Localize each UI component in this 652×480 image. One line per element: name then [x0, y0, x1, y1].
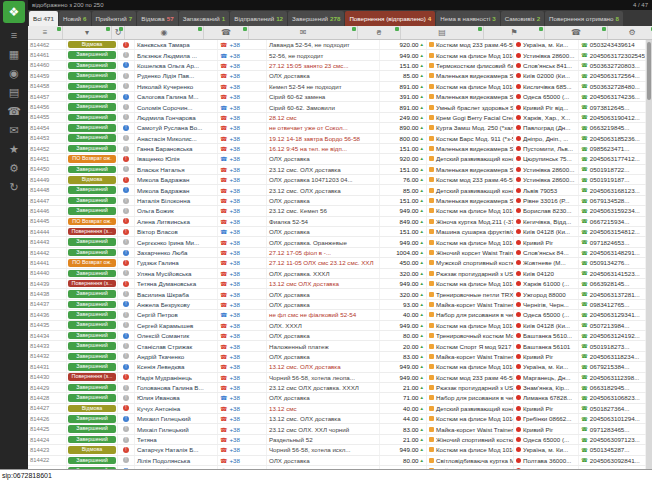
info-cell[interactable]: ! [118, 185, 135, 194]
client-name[interactable]: Кошелєва Ольга Ар... [135, 61, 218, 70]
client-name[interactable]: Андрій Ткаченко [135, 352, 218, 361]
delivery-cell[interactable]: Устинівка 28600... [514, 165, 579, 174]
info-cell[interactable]: ! [118, 289, 135, 298]
product-cell[interactable]: Костюм на флисе Мод 1014 (-1... [427, 321, 514, 330]
product-cell[interactable]: Тренировочный костюм Мод 21... [427, 331, 514, 340]
call-icon[interactable]: ☎ [220, 384, 227, 391]
favorites-icon[interactable]: ★ [0, 142, 28, 156]
order-note[interactable]: ОЛХ доставка 10471203 04... [267, 175, 380, 184]
info-cell[interactable]: ! [118, 362, 135, 371]
phone-cell[interactable]: ☎ +38 [218, 144, 267, 153]
tracking-phone-cell[interactable]: ☎ 0667215934... [579, 217, 646, 226]
order-status-cell[interactable]: Завершений [67, 134, 118, 143]
table-row[interactable]: 814461 Завершений ! Блєзнюк Людмила ... … [28, 50, 646, 60]
order-status-cell[interactable]: Завершений [67, 102, 118, 111]
client-name[interactable]: Николай Кучеренко [135, 82, 218, 91]
info-cell[interactable]: ! [118, 383, 135, 392]
delivery-cell[interactable]: Київ 04120 [514, 269, 579, 278]
order-status-cell[interactable]: Завершений [67, 82, 118, 91]
column-header-status[interactable]: ▾ [63, 26, 112, 39]
tracking-phone-cell[interactable]: ☎ 2045063141523... [579, 269, 646, 278]
tracking-phone-cell[interactable]: ☎ 0503632728480... [579, 82, 646, 91]
client-name[interactable]: Тетяна Думановська [135, 279, 218, 288]
info-cell[interactable]: ! [118, 40, 135, 49]
delivery-cell[interactable]: Кисличівка 685... [514, 82, 579, 91]
order-note[interactable]: ОЛХ доставка [267, 300, 380, 309]
order-status-cell[interactable]: Завершений [67, 456, 118, 465]
phone-cell[interactable]: ☎ +38 [218, 196, 267, 205]
client-name[interactable]: Василина Шкраба [135, 289, 218, 298]
table-row[interactable]: 814429 Завершений ! Голованова Галина В.… [28, 383, 646, 393]
table-row[interactable]: 814439 Повернення (з... ! Тетяна Думанов… [28, 279, 646, 289]
delivery-cell[interactable]: Україна, м. Ки... [514, 40, 579, 49]
delivery-cell[interactable]: Україна, м. Ки... [514, 445, 579, 454]
settings-icon[interactable]: ⚙ [0, 161, 28, 175]
order-note[interactable]: ОЛХ доставка [267, 71, 380, 80]
phone-cell[interactable]: ☎ +38 [218, 248, 267, 257]
info-cell[interactable]: ! [118, 414, 135, 423]
phone-cell[interactable]: ☎ +38 [218, 341, 267, 350]
product-cell[interactable]: Набор для рисования в чемода... [427, 393, 514, 402]
phone-cell[interactable]: ☎ +38 [218, 123, 267, 132]
info-cell[interactable]: ! [118, 144, 135, 153]
delivery-cell[interactable]: Україна, м. Ки... [514, 362, 579, 371]
phone-cell[interactable]: ☎ +38 [218, 321, 267, 330]
delivery-cell[interactable]: Гребінки 08662... [514, 414, 579, 423]
product-cell[interactable]: Термокостюм флисовий батал... [427, 61, 514, 70]
info-cell[interactable]: ! [118, 61, 135, 70]
order-note[interactable]: 13.12 смс. ОЛХ доставка [267, 362, 380, 371]
order-note[interactable]: Чорний 56-58, хотела искл... [267, 445, 380, 454]
order-status-cell[interactable]: Завершений [67, 352, 118, 361]
product-cell[interactable]: Костюм Барс Мод. 911 (*з-584... [427, 134, 514, 143]
column-header-refresh[interactable]: ↻ [112, 26, 125, 39]
table-row[interactable]: 814430 Повернення (з... ! Надія Мудранін… [28, 373, 646, 383]
client-name[interactable]: Салогова Галина М... [135, 92, 218, 101]
tracking-phone-cell[interactable]: ☎ 2045063137281... [579, 289, 646, 298]
product-cell[interactable]: Костюм Спорт Я мод 9217 (з-40... [427, 341, 514, 350]
delivery-cell[interactable]: Одеса 65000 (... [514, 92, 579, 101]
order-note[interactable]: Раздельный 52 [267, 435, 380, 444]
delivery-cell[interactable]: Кривий Ріг [514, 352, 579, 361]
order-status-cell[interactable]: Повернення (з... [67, 227, 118, 236]
tab-status-8[interactable]: Нема в наявності3 [436, 11, 499, 26]
tracking-phone-cell[interactable]: ☎ 0985623471... [579, 144, 646, 153]
call-icon[interactable]: ☎ [220, 114, 227, 121]
table-row[interactable]: 814462 Відмова ! Канєвська Тамара ☎ +38 … [28, 40, 646, 50]
tracking-phone-cell[interactable]: ☎ 0983412765... [579, 300, 646, 309]
info-cell[interactable]: ! [118, 206, 135, 215]
client-name[interactable]: Надія Мудранінець [135, 373, 218, 382]
call-icon[interactable]: ☎ [220, 322, 227, 329]
delivery-cell[interactable]: Борислав 8230... [514, 206, 579, 215]
call-icon[interactable]: ☎ [220, 426, 227, 433]
table-row[interactable]: 814434 Завершений ! Олексій Сомантик ☎ +… [28, 331, 646, 341]
phone-cell[interactable]: ☎ +38 [218, 92, 267, 101]
client-name[interactable]: Анастасія Миколис... [135, 134, 218, 143]
call-icon[interactable]: ☎ [220, 311, 227, 318]
info-cell[interactable]: ! [118, 175, 135, 184]
tab-status-1[interactable]: Новий6 [59, 11, 91, 26]
product-cell[interactable]: Набор для рисования в чемода... [427, 310, 514, 319]
order-note[interactable]: 13.12 смс. ОЛХ доставка [267, 414, 380, 423]
app-logo[interactable]: ❖ [3, 1, 25, 23]
call-icon[interactable]: ☎ [220, 280, 227, 287]
order-status-cell[interactable]: Завершений [67, 331, 118, 340]
sip-call-link[interactable]: sip:0672818601 [2, 472, 52, 479]
table-row[interactable]: 814450 Завершений ! Власюк Наталья ☎ +38… [28, 165, 646, 175]
phone-icon[interactable]: ☎ [0, 104, 28, 118]
product-cell[interactable]: Костюм на флисе Мод 1014 (-1... [427, 414, 514, 423]
client-name[interactable]: Станіслав Стрижак [135, 341, 218, 350]
table-row[interactable]: 814423 Відмова ! Сатарчук Наталія Б... ☎… [28, 445, 646, 455]
client-name[interactable]: Михаил Гилецький [135, 414, 218, 423]
delivery-cell[interactable]: Устинівка 28600... [514, 175, 579, 184]
call-icon[interactable]: ☎ [220, 446, 227, 453]
order-note[interactable]: 16.12 9:45 на тел. не відп... [267, 144, 380, 153]
tracking-phone-cell[interactable]: ☎ 2045063112398... [579, 373, 646, 382]
order-status-cell[interactable]: Завершений [67, 248, 118, 257]
order-note[interactable]: ОЛХ доставка [267, 154, 380, 163]
tracking-phone-cell[interactable]: ☎ 2045063168123... [579, 185, 646, 194]
info-cell[interactable]: ! [118, 154, 135, 163]
order-status-cell[interactable]: Завершений [67, 383, 118, 392]
tracking-phone-cell[interactable]: ☎ 2045063124192... [579, 331, 646, 340]
product-cell[interactable]: Костюм на флисе Мод 1014 (-1... [427, 279, 514, 288]
product-cell[interactable]: Костюм на флисе Мод 1014 (-1... [427, 237, 514, 246]
